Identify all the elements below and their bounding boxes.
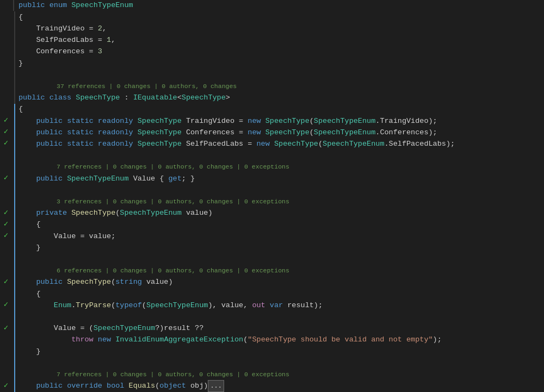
gutter-1: [0, 0, 12, 11]
meta-line-1: 37 references | 0 changes | 0 authors, 0…: [0, 80, 544, 92]
code-line-11: ✓ public static readonly SpeechType Conf…: [0, 127, 544, 138]
code-line-9: {: [0, 104, 544, 115]
meta-3-refs: 3 references | 0 changes | 0 authors, 0 …: [18, 198, 289, 205]
meta-37-refs: 37 references | 0 changes | 0 authors, 0…: [18, 83, 237, 90]
code-line-2: {: [0, 11, 544, 23]
code-line-5: Conferences = 3: [0, 46, 544, 58]
meta-7-refs-2: 7 references | 0 changes | 0 authors, 0 …: [18, 371, 289, 378]
code-line-25: ✓ Value = (SpeechTypeEnum?)result ??: [0, 323, 544, 334]
code-line-10: ✓ public static readonly SpeechType Trai…: [0, 115, 544, 127]
code-1: public enum SpeechTypeEnum: [15, 0, 133, 11]
code-line-27: }: [0, 346, 544, 357]
code-line-24: [0, 311, 544, 322]
meta-6-refs: 6 references | 0 changes | 0 authors, 0 …: [18, 267, 289, 274]
code-line-28: [0, 357, 544, 369]
code-line-19: }: [0, 242, 544, 253]
code-line-16: ✓ private SpeechType(SpeechTypeEnum valu…: [0, 208, 544, 219]
code-editor: public enum SpeechTypeEnum { TraingVideo…: [0, 0, 544, 392]
meta-line-2: 7 references | 0 changes | 0 authors, 0 …: [0, 161, 544, 173]
code-line-1: public enum SpeechTypeEnum: [0, 0, 12, 11]
code-line-13: [0, 150, 544, 161]
code-line-21: ✓ public SpeechType(string value): [0, 277, 544, 288]
code-line-20: [0, 253, 544, 265]
meta-7-refs-1: 7 references | 0 changes | 0 authors, 0 …: [18, 163, 289, 170]
meta-line-3: 3 references | 0 changes | 0 authors, 0 …: [0, 196, 544, 207]
code-line-26: throw new InvalidEnumAggregateException(…: [0, 334, 544, 346]
code-line-23: ✓ Enum.TryParse(typeof(SpeechTypeEnum), …: [0, 300, 544, 311]
code-line-29: ✓ public override bool Equals(object obj…: [0, 381, 544, 392]
code-line-6: }: [0, 58, 544, 69]
border-1: [12, 0, 14, 11]
code-line-4: SelfPacedLabs = 1,: [0, 35, 544, 46]
code-line-7: [0, 69, 544, 80]
code-line-14: ✓ public SpeechTypeEnum Value { get; }: [0, 173, 544, 184]
code-line-17: ✓ {: [0, 219, 544, 231]
meta-line-4: 6 references | 0 changes | 0 authors, 0 …: [0, 265, 544, 277]
code-line-8: public class SpeechType : IEquatable<Spe…: [0, 92, 544, 104]
code-line-22: {: [0, 288, 544, 300]
meta-line-5: 7 references | 0 changes | 0 authors, 0 …: [0, 369, 544, 381]
code-line-3: TraingVideo = 2,: [0, 23, 544, 34]
code-line-18: ✓ Value = value;: [0, 231, 544, 242]
code-line-12: ✓ public static readonly SpeechType Self…: [0, 138, 544, 150]
code-line-15: [0, 184, 544, 196]
